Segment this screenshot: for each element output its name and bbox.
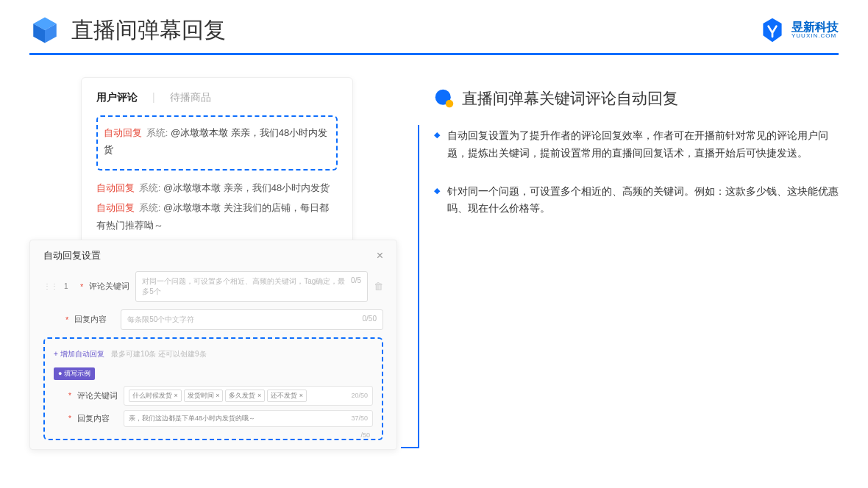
add-hint: 最多可建10条 还可以创建9条 [111, 350, 206, 358]
content-counter: 0/50 [363, 315, 377, 325]
header-left: 直播间弹幕回复 [29, 15, 226, 46]
tag-chip[interactable]: 发货时间 × [184, 390, 224, 402]
example-content-input[interactable]: 亲，我们这边都是下单48小时内发货的哦～ 37/50 [124, 410, 373, 427]
tab-products[interactable]: 待播商品 [170, 91, 211, 104]
cube-icon [29, 15, 60, 46]
brand-icon [759, 17, 786, 43]
settings-panel: 自动回复设置 × ⋮⋮ 1 * 评论关键词 对同一个问题，可设置多个相近、高频的… [29, 240, 397, 450]
delete-icon[interactable]: 🗑 [374, 281, 383, 292]
stray-counter: /50 [360, 431, 370, 439]
auto-reply-tag: 自动回复 [104, 127, 142, 138]
example-badge: ● 填写示例 [54, 367, 95, 380]
diamond-icon: ◆ [434, 130, 440, 162]
add-auto-reply-link[interactable]: + 增加自动回复 [54, 349, 104, 359]
drag-handle-icon[interactable]: ⋮⋮ [43, 282, 58, 290]
comment-panel: 用户评论 | 待播商品 自动回复 系统: @冰墩墩本墩 亲亲，我们48小时内发货… [81, 77, 353, 251]
tab-comments[interactable]: 用户评论 [96, 91, 138, 104]
comment-line-1: 自动回复 系统: @冰墩墩本墩 亲亲，我们48小时内发货 [104, 124, 330, 159]
tag-chip[interactable]: 多久发货 × [225, 390, 265, 402]
content-label: 回复内容 [74, 314, 115, 325]
example-keyword-label: 评论关键词 [77, 390, 118, 401]
content-input[interactable]: 每条限50个中文字符 0/50 [121, 309, 383, 330]
screenshot-area: 用户评论 | 待播商品 自动回复 系统: @冰墩墩本墩 亲亲，我们48小时内发货… [29, 77, 405, 450]
brand-logo: 昱新科技 YUUXIN.COM [759, 17, 839, 43]
bullet-2: ◆ 针对同一个问题，可设置多个相近的、高频的关键词。例如：这款多少钱、这块能优惠… [434, 183, 839, 218]
tabs: 用户评论 | 待播商品 [96, 91, 338, 104]
close-icon[interactable]: × [377, 249, 383, 262]
chat-bubble-icon [434, 88, 455, 109]
bullet-2-text: 针对同一个问题，可设置多个相近的、高频的关键词。例如：这款多少钱、这块能优惠吗、… [447, 183, 839, 218]
comment-line-3: 自动回复 系统: @冰墩墩本墩 关注我们的店铺，每日都有热门推荐呦～ [96, 199, 338, 234]
tag-chip[interactable]: 什么时候发货 × [129, 390, 182, 402]
brand-name: 昱新科技 [791, 21, 839, 33]
tab-separator: | [152, 91, 155, 104]
tag-chip[interactable]: 还不发货 × [267, 390, 307, 402]
example-keyword-input[interactable]: 什么时候发货 × 发货时间 × 多久发货 × 还不发货 × 20/50 [124, 386, 373, 406]
bullet-1-text: 自动回复设置为了提升作者的评论回复效率，作者可在开播前针对常见的评论用户问题，提… [447, 127, 839, 162]
keyword-counter: 0/5 [351, 276, 361, 297]
settings-title-row: 自动回复设置 × [43, 249, 383, 262]
svg-point-4 [446, 100, 454, 108]
connector-line [401, 125, 419, 448]
settings-title: 自动回复设置 [43, 249, 101, 262]
system-label: 系统: [146, 127, 168, 138]
comment-line-2: 自动回复 系统: @冰墩墩本墩 亲亲，我们48小时内发货 [96, 179, 338, 196]
example-keyword-row: * 评论关键词 什么时候发货 × 发货时间 × 多久发货 × 还不发货 × 20… [54, 386, 373, 406]
example-content-row: * 回复内容 亲，我们这边都是下单48小时内发货的哦～ 37/50 [54, 410, 373, 427]
content-row: * 回复内容 每条限50个中文字符 0/50 [43, 309, 383, 330]
example-box: + 增加自动回复 最多可建10条 还可以创建9条 ● 填写示例 * 评论关键词 … [43, 337, 383, 440]
explanation-column: 直播间弹幕关键词评论自动回复 ◆ 自动回复设置为了提升作者的评论回复效率，作者可… [434, 77, 839, 450]
keyword-label: 评论关键词 [89, 281, 129, 292]
keyword-row: ⋮⋮ 1 * 评论关键词 对同一个问题，可设置多个相近、高频的关键词，Tag确定… [43, 271, 383, 302]
highlighted-comment: 自动回复 系统: @冰墩墩本墩 亲亲，我们48小时内发货 [96, 115, 338, 171]
section-title: 直播间弹幕关键词评论自动回复 [462, 88, 678, 109]
required-star: * [80, 282, 83, 291]
row-number: 1 [64, 282, 74, 290]
diamond-icon: ◆ [434, 186, 440, 218]
page-title: 直播间弹幕回复 [71, 15, 226, 46]
brand-url: YUUXIN.COM [791, 33, 839, 39]
keyword-input[interactable]: 对同一个问题，可设置多个相近、高频的关键词，Tag确定，最多5个 0/5 [135, 271, 368, 302]
example-content-label: 回复内容 [77, 413, 118, 424]
section-header: 直播间弹幕关键词评论自动回复 [434, 88, 839, 109]
comment-text-2: @冰墩墩本墩 亲亲，我们48小时内发货 [163, 182, 330, 193]
page-header: 直播间弹幕回复 昱新科技 YUUXIN.COM [0, 0, 868, 53]
bullet-1: ◆ 自动回复设置为了提升作者的评论回复效率，作者可在开播前针对常见的评论用户问题… [434, 127, 839, 162]
